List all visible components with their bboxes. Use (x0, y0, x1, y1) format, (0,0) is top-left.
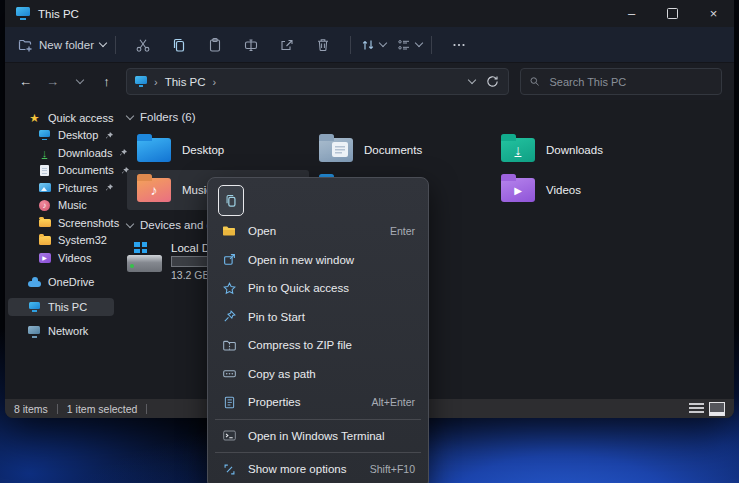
address-bar-actions (469, 74, 500, 89)
share-icon (279, 37, 295, 53)
this-pc-icon (16, 7, 30, 20)
sort-icon (360, 37, 376, 53)
copy-button[interactable] (161, 32, 197, 58)
search-box[interactable] (520, 68, 722, 95)
menu-item-compress-zip[interactable]: Compress to ZIP file (213, 331, 423, 360)
sort-button[interactable] (360, 37, 386, 53)
this-pc-icon (135, 76, 147, 87)
share-button[interactable] (269, 32, 305, 58)
chevron-down-icon (75, 76, 83, 84)
sidebar-item-label: Desktop (58, 129, 98, 141)
menu-item-open-windows-terminal[interactable]: Open in Windows Terminal (213, 422, 423, 451)
details-view-button[interactable] (689, 403, 704, 414)
sidebar-item-pictures[interactable]: Pictures (8, 179, 114, 197)
sidebar-item-music[interactable]: Music (8, 197, 114, 215)
delete-button[interactable] (305, 32, 341, 58)
menu-item-label: Properties (248, 396, 300, 408)
menu-item-pin-quick-access[interactable]: Pin to Quick access (213, 274, 423, 303)
sidebar-item-label: OneDrive (48, 276, 94, 288)
navigation-bar: ← → ↑ › This PC › (5, 63, 734, 100)
rename-icon (243, 37, 259, 53)
pin-icon (105, 183, 114, 192)
sidebar-item-system32[interactable]: System32 (8, 232, 114, 250)
open-new-window-icon (221, 252, 237, 267)
view-button[interactable] (396, 37, 422, 53)
sidebar-item-screenshots[interactable]: Screenshots (8, 214, 114, 232)
monitor-icon (28, 300, 41, 313)
large-icons-view-button[interactable] (709, 402, 725, 416)
sidebar-item-label: Quick access (48, 112, 113, 124)
paste-button[interactable] (197, 32, 233, 58)
new-folder-label: New folder (39, 39, 94, 51)
tile-label: Documents (364, 144, 422, 156)
chevron-down-icon[interactable] (468, 76, 476, 84)
menu-item-show-more-options[interactable]: Show more options Shift+F10 (213, 455, 423, 483)
breadcrumb-this-pc[interactable]: This PC (165, 76, 206, 88)
menu-separator (215, 419, 421, 420)
context-menu-quick-actions (213, 183, 423, 217)
window-title: This PC (38, 8, 79, 20)
menu-item-label: Pin to Quick access (248, 282, 349, 294)
menu-item-copy-as-path[interactable]: Copy as path (213, 360, 423, 389)
tile-label: Desktop (182, 144, 224, 156)
toolbar-divider (431, 36, 432, 54)
close-button[interactable]: × (693, 0, 734, 27)
sidebar-item-label: Network (48, 325, 88, 337)
new-folder-button[interactable]: New folder (17, 37, 106, 53)
properties-icon (221, 395, 237, 410)
star-icon: ★ (28, 111, 41, 124)
sidebar-item-downloads[interactable]: ↓ Downloads (8, 144, 114, 162)
quick-copy-button[interactable] (218, 185, 244, 216)
folder-tile-downloads[interactable]: Downloads (491, 130, 673, 170)
star-outline-icon (221, 281, 237, 296)
menu-item-label: Show more options (248, 463, 346, 475)
search-input[interactable] (547, 75, 713, 89)
sidebar-item-documents[interactable]: Documents (8, 162, 114, 180)
sidebar-item-quick-access[interactable]: ★ Quick access (8, 109, 114, 127)
menu-shortcut: Alt+Enter (372, 396, 415, 408)
folder-tile-desktop[interactable]: Desktop (127, 130, 309, 170)
recent-locations-button[interactable] (67, 69, 92, 95)
selected-count: 1 item selected (67, 403, 138, 415)
folder-icon (38, 234, 51, 247)
copy-icon (171, 37, 187, 53)
sidebar-item-videos[interactable]: Videos (8, 249, 114, 267)
sidebar-item-onedrive[interactable]: OneDrive (8, 274, 114, 292)
folder-tile-videos[interactable]: Videos (491, 170, 673, 210)
forward-button[interactable]: → (40, 69, 65, 95)
new-folder-icon (17, 37, 33, 53)
folders-section-header[interactable]: Folders (6) (127, 108, 734, 126)
downloads-folder-icon (501, 138, 535, 162)
maximize-icon (667, 8, 678, 19)
address-bar[interactable]: › This PC › (126, 68, 509, 95)
tile-label: Videos (546, 184, 581, 196)
sidebar-item-network[interactable]: Network (8, 323, 114, 341)
up-button[interactable]: ↑ (94, 69, 119, 95)
search-icon (529, 75, 540, 88)
sidebar-item-label: Documents (58, 164, 114, 176)
chevron-down-icon (99, 39, 107, 47)
rename-button[interactable] (233, 32, 269, 58)
menu-item-open[interactable]: Open Enter (213, 217, 423, 246)
menu-item-open-new-window[interactable]: Open in new window (213, 246, 423, 275)
music-icon (38, 199, 51, 212)
maximize-button[interactable] (652, 0, 693, 27)
pin-icon (105, 131, 114, 140)
menu-item-properties[interactable]: Properties Alt+Enter (213, 388, 423, 417)
folder-tile-documents[interactable]: Documents (309, 130, 491, 170)
toolbar-divider (115, 36, 116, 54)
paste-icon (207, 37, 223, 53)
sidebar-item-this-pc[interactable]: This PC (8, 298, 114, 316)
see-more-button[interactable] (441, 32, 477, 58)
sidebar-item-label: Pictures (58, 182, 98, 194)
title-bar: This PC – × (5, 0, 734, 27)
navigation-pane: ★ Quick access Desktop ↓ Downloads Docum… (5, 100, 117, 399)
cut-button[interactable] (125, 32, 161, 58)
show-more-icon (221, 462, 237, 477)
minimize-button[interactable]: – (611, 0, 652, 27)
refresh-icon[interactable] (485, 74, 500, 89)
sidebar-item-label: Screenshots (58, 217, 119, 229)
back-button[interactable]: ← (13, 69, 38, 95)
menu-item-pin-to-start[interactable]: Pin to Start (213, 303, 423, 332)
sidebar-item-desktop[interactable]: Desktop (8, 127, 114, 145)
